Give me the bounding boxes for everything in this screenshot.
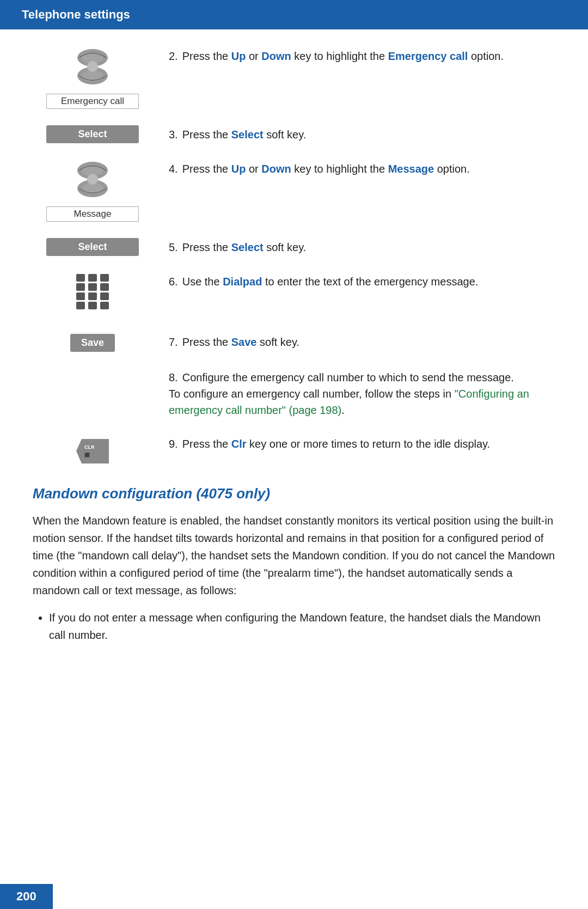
config-link[interactable]: "Configuring an emergency call number" (… bbox=[169, 388, 529, 416]
step-5-text: 5.Press the Select soft key. bbox=[169, 237, 555, 255]
step-8-row: 8.Configure the emergency call number to… bbox=[33, 367, 555, 418]
step-6-text: 6.Use the Dialpad to enter the text of t… bbox=[169, 271, 555, 290]
header-title: Telephone settings bbox=[22, 8, 130, 21]
svg-rect-19 bbox=[76, 302, 85, 309]
svg-text:⬛: ⬛ bbox=[84, 452, 90, 457]
dialpad-icon bbox=[74, 271, 112, 312]
dialpad-label: Dialpad bbox=[223, 276, 262, 288]
step-2-text: 2.Press the Up or Down key to highlight … bbox=[169, 46, 555, 64]
step-4-text: 4.Press the Up or Down key to highlight … bbox=[169, 158, 555, 177]
emergency-call-option-label: Emergency call bbox=[388, 50, 468, 62]
step-3-text: 3.Press the Select soft key. bbox=[169, 124, 555, 143]
bullet-list: If you do not enter a message when confi… bbox=[49, 609, 555, 644]
select-label-2: Select bbox=[231, 241, 264, 253]
svg-point-4 bbox=[87, 61, 98, 72]
down-key-label-2: Down bbox=[261, 163, 291, 175]
emergency-call-label: Emergency call bbox=[46, 94, 139, 109]
nav-keys-icon bbox=[68, 46, 117, 89]
svg-rect-15 bbox=[100, 283, 109, 291]
save-button[interactable]: Save bbox=[70, 334, 115, 352]
nav-keys-icon-2 bbox=[68, 158, 117, 202]
step-7-row: Save 7.Press the Save soft key. bbox=[33, 332, 555, 352]
svg-rect-13 bbox=[76, 283, 85, 291]
up-key-label-2: Up bbox=[231, 163, 246, 175]
step-9-text: 9.Press the Clr key one or more times to… bbox=[169, 434, 555, 452]
step-6-left bbox=[33, 271, 152, 316]
svg-point-9 bbox=[87, 174, 98, 185]
svg-rect-20 bbox=[88, 302, 97, 309]
svg-text:CLR: CLR bbox=[84, 444, 95, 450]
section-title: Mandown configuration (4075 only) bbox=[33, 485, 555, 502]
svg-rect-12 bbox=[100, 274, 109, 282]
save-label: Save bbox=[231, 336, 257, 348]
step-5-left: Select bbox=[33, 237, 152, 256]
message-label: Message bbox=[46, 206, 139, 222]
list-item: If you do not enter a message when confi… bbox=[49, 609, 555, 644]
step-7-left: Save bbox=[33, 332, 152, 352]
step-8-text: 8.Configure the emergency call number to… bbox=[169, 367, 555, 418]
step-9-row: CLR ⬛ 9.Press the Clr key one or more ti… bbox=[33, 434, 555, 469]
svg-rect-21 bbox=[100, 302, 109, 309]
section-body: When the Mandown feature is enabled, the… bbox=[33, 512, 555, 599]
svg-rect-17 bbox=[88, 292, 97, 300]
step-3-row: Select 3.Press the Select soft key. bbox=[33, 124, 555, 143]
step-2-left: Emergency call bbox=[33, 46, 152, 109]
select-label-1: Select bbox=[231, 129, 264, 141]
step-5-row: Select 5.Press the Select soft key. bbox=[33, 237, 555, 256]
page-number: 200 bbox=[0, 884, 53, 909]
select-button-1[interactable]: Select bbox=[46, 125, 139, 143]
step-3-left: Select bbox=[33, 124, 152, 143]
svg-rect-14 bbox=[88, 283, 97, 291]
select-button-2[interactable]: Select bbox=[46, 238, 139, 256]
svg-rect-18 bbox=[100, 292, 109, 300]
step-4-left: Message bbox=[33, 158, 152, 222]
clr-label: Clr bbox=[231, 438, 247, 450]
page-header: Telephone settings bbox=[0, 0, 588, 29]
clr-key-icon: CLR ⬛ bbox=[74, 434, 112, 469]
svg-marker-22 bbox=[76, 439, 109, 463]
up-key-label: Up bbox=[231, 50, 246, 62]
step-2-row: Emergency call 2.Press the Up or Down ke… bbox=[33, 46, 555, 109]
step-7-text: 7.Press the Save soft key. bbox=[169, 332, 555, 350]
step-6-row: 6.Use the Dialpad to enter the text of t… bbox=[33, 271, 555, 316]
step-4-row: Message 4.Press the Up or Down key to hi… bbox=[33, 158, 555, 222]
svg-rect-16 bbox=[76, 292, 85, 300]
svg-rect-10 bbox=[76, 274, 85, 282]
down-key-label: Down bbox=[261, 50, 291, 62]
step-9-left: CLR ⬛ bbox=[33, 434, 152, 469]
page-content: Emergency call 2.Press the Up or Down ke… bbox=[0, 46, 588, 693]
svg-rect-11 bbox=[88, 274, 97, 282]
message-option-label: Message bbox=[388, 163, 434, 175]
